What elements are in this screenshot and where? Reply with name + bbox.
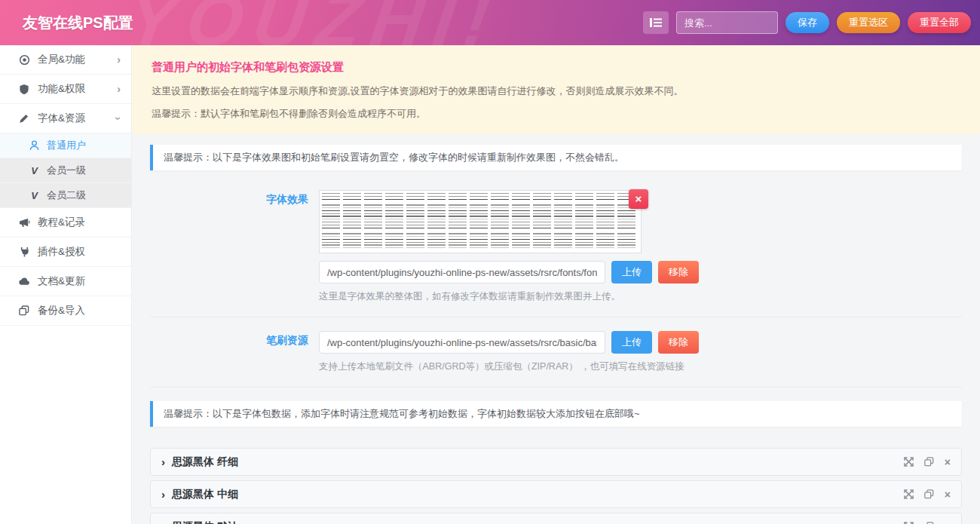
- notice-box: 普通用户的初始字体和笔刷包资源设置 这里设置的数据会在前端字体显示顺序和资源,设…: [132, 45, 980, 134]
- list-icon: [650, 17, 662, 28]
- brush-upload-button[interactable]: 上传: [611, 331, 652, 354]
- sidebar-item-label: 全局&功能: [38, 53, 117, 66]
- spacer: [150, 283, 308, 287]
- chevron-right-icon: ›: [117, 54, 121, 65]
- font-preview-frame: ×: [319, 190, 642, 253]
- sidebar-item-fonts-resources[interactable]: 字体&资源 ›: [0, 104, 131, 133]
- panel-title-text: 思源黑体 中细: [172, 488, 238, 501]
- font-effect-remove-button[interactable]: 移除: [658, 261, 699, 283]
- reset-selection-button[interactable]: 重置选区: [837, 12, 900, 33]
- reset-all-button[interactable]: 重置全部: [908, 12, 971, 33]
- settings-content: 温馨提示：以下是字体效果图和初始笔刷设置请勿置空，修改字体的时候请重新制作效果图…: [132, 134, 980, 524]
- save-button[interactable]: 保存: [786, 12, 829, 33]
- search-input[interactable]: [676, 11, 778, 34]
- cloud-icon: [18, 275, 30, 287]
- brush-resource-label: 笔刷资源: [150, 331, 308, 348]
- copy-icon: [18, 305, 30, 317]
- spacer: [150, 261, 308, 264]
- panel-actions: ×: [904, 457, 951, 467]
- font-panel[interactable]: › 思源黑体 纤细 ×: [150, 448, 962, 476]
- vip-icon: V: [29, 165, 40, 176]
- header-watermark: YOUZHI!: [122, 0, 505, 45]
- user-icon: [29, 140, 40, 152]
- sidebar-subitem-label: 普通用户: [47, 139, 86, 152]
- notice-line-1: 这里设置的数据会在前端字体显示顺序和资源,设置的字体资源相对于的效果图请自行进行…: [152, 84, 960, 99]
- sidebar-item-global[interactable]: 全局&功能 ›: [0, 45, 131, 75]
- chevron-down-icon: ›: [114, 117, 124, 121]
- sidebar-item-label: 插件&授权: [38, 245, 121, 259]
- font-preview-image: [322, 193, 639, 250]
- list-menu-button[interactable]: [643, 11, 669, 34]
- page-title: 友智在线PS配置: [0, 13, 133, 33]
- panel-title: › 思源黑体 默认: [161, 520, 238, 524]
- sidebar-item-docs[interactable]: 文档&更新: [0, 267, 131, 296]
- brush-resource-help: 支持上传本地笔刷文件（ABR/GRD等）或压缩包（ZIP/RAR） ，也可填写在…: [319, 360, 684, 373]
- remove-image-button[interactable]: ×: [629, 189, 648, 209]
- font-effect-upload-button[interactable]: 上传: [611, 261, 652, 283]
- brush-resource-path-input[interactable]: [319, 331, 605, 354]
- header-actions: 保存 重置选区 重置全部: [643, 0, 971, 45]
- font-effect-row: 字体效果 ×: [150, 190, 962, 253]
- brush-help-row: 支持上传本地笔刷文件（ABR/GRD等）或压缩包（ZIP/RAR） ，也可填写在…: [150, 354, 962, 373]
- sidebar: 全局&功能 › 功能&权限 › 字体&资源 › 普通用户 V 会员一级: [0, 45, 132, 524]
- font-panel[interactable]: › 思源黑体 中细 ×: [150, 480, 962, 508]
- sidebar-item-label: 文档&更新: [38, 274, 121, 288]
- font-effect-help: 这里是字体效果的整体图，如有修改字体数据请重新制作效果图并上传。: [319, 290, 620, 303]
- move-icon[interactable]: [904, 489, 914, 500]
- tip-font-packages: 温馨提示：以下是字体包数据，添加字体时请注意规范可参考初始数据，字体初始数据较大…: [150, 401, 962, 427]
- sidebar-item-label: 功能&权限: [38, 82, 117, 96]
- main-content: 普通用户的初始字体和笔刷包资源设置 这里设置的数据会在前端字体显示顺序和资源,设…: [132, 45, 980, 524]
- font-effect-help-row: 这里是字体效果的整体图，如有修改字体数据请重新制作效果图并上传。: [150, 283, 962, 303]
- chevron-right-icon: ›: [161, 456, 165, 467]
- sidebar-item-label: 备份&导入: [38, 304, 121, 317]
- font-effect-path-row: 上传 移除: [150, 261, 962, 283]
- sidebar-item-label: 教程&记录: [38, 216, 121, 229]
- copy-icon[interactable]: [924, 489, 935, 500]
- header: YOUZHI! 友智在线PS配置 保存 重置选区 重置全部: [0, 0, 980, 45]
- megaphone-icon: [18, 216, 30, 228]
- brush-resource-row: 笔刷资源 上传 移除: [150, 331, 962, 354]
- chevron-right-icon: ›: [161, 489, 165, 500]
- bullseye-icon: [18, 54, 30, 66]
- spacer: [150, 354, 308, 357]
- plugin-icon: [18, 246, 30, 258]
- vip-icon: V: [29, 190, 40, 201]
- sidebar-subitem-label: 会员二级: [47, 188, 86, 202]
- divider: [150, 387, 962, 388]
- font-effect-path-input[interactable]: [319, 261, 605, 283]
- panel-title: › 思源黑体 中细: [161, 488, 238, 501]
- sidebar-item-permissions[interactable]: 功能&权限 ›: [0, 75, 131, 104]
- font-panel-list: › 思源黑体 纤细 × ›: [150, 448, 962, 524]
- pen-icon: [18, 112, 30, 124]
- panel-actions: ×: [904, 489, 951, 500]
- move-icon[interactable]: [904, 457, 914, 467]
- chevron-right-icon: ›: [117, 84, 121, 94]
- brush-remove-button[interactable]: 移除: [658, 331, 699, 354]
- sidebar-item-plugins[interactable]: 插件&授权: [0, 237, 131, 267]
- shield-icon: [18, 83, 30, 95]
- font-panel[interactable]: › 思源黑体 默认 ×: [150, 513, 962, 524]
- copy-icon[interactable]: [924, 457, 935, 467]
- sidebar-item-tutorials[interactable]: 教程&记录: [0, 208, 131, 237]
- divider: [150, 317, 962, 317]
- panel-title: › 思源黑体 纤细: [161, 455, 238, 469]
- tip-font-effect: 温馨提示：以下是字体效果图和初始笔刷设置请勿置空，修改字体的时候请重新制作效果图…: [150, 145, 962, 170]
- panel-title-text: 思源黑体 默认: [172, 520, 238, 524]
- panel-title-text: 思源黑体 纤细: [172, 455, 238, 469]
- chevron-right-icon: ›: [161, 521, 165, 524]
- notice-line-2: 温馨提示：默认字体和笔刷包不得删除否则会造成程序不可用。: [152, 106, 960, 121]
- close-icon[interactable]: ×: [945, 457, 951, 467]
- sidebar-subitem-vip-2[interactable]: V 会员二级: [0, 183, 131, 208]
- sidebar-subitem-vip-1[interactable]: V 会员一级: [0, 158, 131, 183]
- sidebar-subitem-label: 会员一级: [47, 164, 86, 177]
- sidebar-item-backup[interactable]: 备份&导入: [0, 296, 131, 326]
- sidebar-item-label: 字体&资源: [38, 112, 117, 125]
- sidebar-subitem-normal-user[interactable]: 普通用户: [0, 133, 131, 158]
- close-icon[interactable]: ×: [945, 489, 951, 500]
- font-effect-label: 字体效果: [150, 190, 308, 207]
- notice-title: 普通用户的初始字体和笔刷包资源设置: [152, 60, 960, 75]
